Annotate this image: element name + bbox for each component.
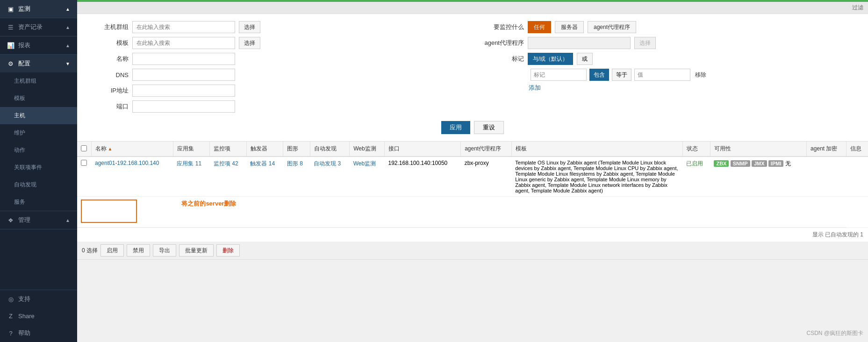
chevron-config: ▼	[65, 61, 70, 66]
tag-name-input[interactable]	[531, 69, 587, 81]
hostgroup-input[interactable]	[132, 21, 235, 33]
chevron-assets: ▲	[65, 25, 70, 30]
sidebar-label-hosts: 主机	[14, 112, 25, 120]
sidebar-item-hostgroups[interactable]: 主机群组	[0, 72, 77, 90]
delete-btn[interactable]: 删除	[216, 244, 240, 256]
sidebar-label-discovery: 自动发现	[14, 181, 36, 189]
select-all-checkbox[interactable]	[81, 145, 87, 151]
chevron-reports: ▲	[65, 43, 70, 48]
hosts-table: 名称 ▲ 应用集 监控项 触发器 图形 自动发现 Web监测 接口 agent代…	[77, 142, 868, 228]
sidebar-label-admin: 管理	[18, 216, 30, 224]
tag-op2-btn[interactable]: 或	[577, 53, 593, 65]
th-info: 信息	[846, 142, 868, 157]
port-input[interactable]	[132, 100, 235, 113]
autodiscovery-link[interactable]: 自动发现 3	[314, 160, 341, 167]
row-select-checkbox[interactable]	[81, 160, 87, 166]
row-name: agent01-192.168.100.140	[91, 157, 173, 197]
th-web-monitor: Web监测	[350, 142, 385, 157]
monitor-server-btn[interactable]: 服务器	[555, 21, 584, 33]
sidebar-label-config: 配置	[18, 59, 30, 68]
th-info-label: 信息	[850, 145, 861, 152]
table-header-row: 名称 ▲ 应用集 监控项 触发器 图形 自动发现 Web监测 接口 agent代…	[77, 142, 868, 157]
template-label: 模板	[86, 39, 129, 47]
table-row: agent01-192.168.100.140 应用集 11 监控项 42 触发…	[77, 157, 868, 197]
appsets-link[interactable]: 应用集 11	[177, 160, 201, 167]
tag-remove-btn[interactable]: 移除	[693, 71, 708, 79]
apply-btn[interactable]: 应用	[441, 121, 470, 134]
monitor-items-link[interactable]: 监控项 42	[214, 160, 238, 167]
template-value: Template OS Linux by Zabbix agent (Templ…	[515, 160, 678, 193]
batch-update-btn[interactable]: 批量更新	[179, 244, 214, 256]
tag-contains-btn[interactable]: 包含	[589, 69, 609, 81]
interface-value: 192.168.100.140:10050	[388, 160, 447, 166]
web-monitor-link[interactable]: Web监测	[353, 160, 376, 167]
sidebar-item-help[interactable]: ? 帮助	[0, 324, 77, 342]
th-monitor-items: 监控项	[210, 142, 247, 157]
sidebar-label-reports: 报表	[18, 41, 30, 50]
agent-proxy-input	[528, 37, 631, 49]
sidebar-item-maintenance[interactable]: 维护	[0, 124, 77, 142]
sidebar-item-discovery[interactable]: 自动发现	[0, 176, 77, 193]
th-monitor-label: 监控项	[214, 145, 230, 152]
enable-btn[interactable]: 启用	[100, 244, 124, 256]
th-autodiscovery: 自动发现	[310, 142, 350, 157]
sidebar-item-hosts[interactable]: 主机	[0, 107, 77, 124]
sidebar-item-share[interactable]: Z Share	[0, 308, 77, 324]
disable-btn[interactable]: 禁用	[127, 244, 150, 256]
monitor-any-btn[interactable]: 任何	[528, 21, 551, 33]
sidebar-item-templates[interactable]: 模板	[0, 90, 77, 107]
sidebar-item-reports[interactable]: 📊 报表 ▲	[0, 36, 77, 54]
sidebar-label-monitor: 监测	[18, 5, 30, 13]
monitor-what-row: 要监控什么 任何 服务器 agent代理程序	[482, 21, 859, 33]
ip-input[interactable]	[132, 85, 235, 97]
bottom-toolbar: 0 选择 启用 禁用 导出 批量更新 删除	[77, 242, 868, 260]
hostgroup-select-btn[interactable]: 选择	[239, 21, 260, 33]
th-availability-label: 可用性	[714, 145, 731, 152]
template-select-btn[interactable]: 选择	[239, 37, 260, 49]
sidebar-item-correlations[interactable]: 关联项事件	[0, 159, 77, 176]
monitor-agent-btn[interactable]: agent代理程序	[588, 21, 636, 33]
row-monitor-items: 监控项 42	[210, 157, 247, 197]
template-input[interactable]	[132, 37, 235, 49]
filter-actions: 应用 重设	[86, 121, 859, 134]
dns-input[interactable]	[132, 69, 235, 81]
availability-none: 无	[785, 160, 791, 167]
graphs-link[interactable]: 图形 8	[287, 160, 303, 167]
sidebar-item-services[interactable]: 服务	[0, 193, 77, 211]
th-graphs: 图形	[283, 142, 310, 157]
sidebar-item-support[interactable]: ◎ 支持	[0, 290, 77, 308]
row-info	[846, 157, 868, 197]
sidebar-item-monitor[interactable]: ▣ 监测 ▲	[0, 0, 77, 18]
sidebar-label-support: 支持	[18, 295, 30, 303]
add-tag-row: 添加	[482, 84, 859, 92]
triggers-link[interactable]: 触发器 14	[250, 160, 275, 167]
monitor-icon: ▣	[7, 6, 14, 13]
help-icon: ?	[7, 330, 14, 337]
sort-arrow-name: ▲	[108, 146, 113, 151]
badge-ipmi: IPMI	[768, 160, 784, 167]
host-name-link[interactable]: agent01-192.168.100.140	[95, 160, 159, 166]
row-agent-enc	[807, 157, 846, 197]
th-template-label: 模板	[516, 145, 527, 152]
th-name-label: 名称	[95, 145, 107, 153]
sidebar-item-assets[interactable]: ☰ 资产记录 ▲	[0, 18, 77, 36]
tag-op1-btn[interactable]: 与/或（默认）	[528, 53, 573, 65]
sidebar-item-actions[interactable]: 动作	[0, 142, 77, 159]
tag-equals-btn[interactable]: 等于	[612, 69, 631, 81]
filter-toggle-btn[interactable]: 过滤	[852, 4, 863, 12]
tag-value-input[interactable]	[634, 69, 690, 81]
badge-snmp: SNMP	[731, 160, 750, 167]
chevron-admin: ▲	[65, 218, 70, 223]
add-tag-link[interactable]: 添加	[529, 84, 541, 91]
ip-field: IP地址	[86, 85, 463, 97]
name-input[interactable]	[132, 53, 235, 65]
sidebar-item-admin[interactable]: ❖ 管理 ▲	[0, 211, 77, 229]
sort-name[interactable]: 名称 ▲	[95, 145, 169, 153]
export-btn[interactable]: 导出	[153, 244, 176, 256]
row-template: Template OS Linux by Zabbix agent (Templ…	[511, 157, 682, 197]
sidebar-item-config[interactable]: ⚙ 配置 ▼	[0, 55, 77, 72]
assets-icon: ☰	[7, 24, 14, 31]
badge-zbx: ZBX	[714, 160, 729, 167]
delete-hint-cell: 将之前的server删除	[173, 197, 846, 228]
reset-btn[interactable]: 重设	[474, 121, 504, 134]
